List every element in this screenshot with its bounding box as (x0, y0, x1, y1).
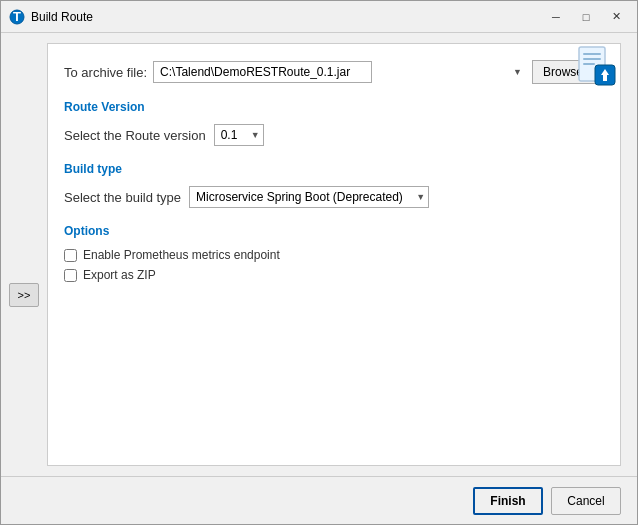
sidebar: >> (1, 43, 47, 466)
zip-checkbox[interactable] (64, 269, 77, 282)
svg-rect-3 (583, 53, 601, 55)
build-route-window: T Build Route ─ □ ✕ (0, 0, 638, 525)
build-type-select-wrapper: Microservice Spring Boot (Deprecated) St… (189, 186, 429, 208)
options-heading: Options (64, 224, 604, 238)
build-type-row: Select the build type Microservice Sprin… (64, 186, 604, 208)
close-button[interactable]: ✕ (603, 7, 629, 27)
maximize-button[interactable]: □ (573, 7, 599, 27)
window-controls: ─ □ ✕ (543, 7, 629, 27)
finish-button[interactable]: Finish (473, 487, 543, 515)
svg-text:T: T (13, 9, 21, 24)
form-panel: To archive file: C:\Talend\DemoRESTRoute… (47, 43, 621, 466)
title-bar: T Build Route ─ □ ✕ (1, 1, 637, 33)
archive-label: To archive file: (64, 65, 147, 80)
svg-rect-5 (583, 63, 595, 65)
minimize-button[interactable]: ─ (543, 7, 569, 27)
zip-label: Export as ZIP (83, 268, 156, 282)
main-area: >> To archive file: C:\Talend\DemoRESTRo… (1, 33, 637, 476)
window-title: Build Route (31, 10, 543, 24)
bottom-bar: Finish Cancel (1, 476, 637, 524)
archive-file-select[interactable]: C:\Talend\DemoRESTRoute_0.1.jar (153, 61, 372, 83)
build-type-heading: Build type (64, 162, 604, 176)
spacer (64, 298, 604, 358)
route-version-section: Route Version Select the Route version 0… (64, 100, 604, 146)
svg-rect-4 (583, 58, 601, 60)
svg-rect-8 (603, 75, 607, 81)
zip-checkbox-row: Export as ZIP (64, 268, 604, 282)
build-type-section: Build type Select the build type Microse… (64, 162, 604, 208)
build-type-select[interactable]: Microservice Spring Boot (Deprecated) St… (189, 186, 429, 208)
prometheus-checkbox-row: Enable Prometheus metrics endpoint (64, 248, 604, 262)
cancel-button[interactable]: Cancel (551, 487, 621, 515)
route-version-label: Select the Route version (64, 128, 206, 143)
window-icon: T (9, 9, 25, 25)
route-version-select-wrapper: 0.1 0.2 1.0 ▼ (214, 124, 264, 146)
options-section: Options Enable Prometheus metrics endpoi… (64, 224, 604, 282)
route-version-select[interactable]: 0.1 0.2 1.0 (214, 124, 264, 146)
build-type-label: Select the build type (64, 190, 181, 205)
route-version-row: Select the Route version 0.1 0.2 1.0 ▼ (64, 124, 604, 146)
route-version-heading: Route Version (64, 100, 604, 114)
prometheus-checkbox[interactable] (64, 249, 77, 262)
header-icon-area (571, 41, 621, 91)
window-content: >> To archive file: C:\Talend\DemoRESTRo… (1, 33, 637, 524)
archive-combo-wrapper: C:\Talend\DemoRESTRoute_0.1.jar ▼ (153, 61, 526, 83)
archive-dropdown-arrow: ▼ (513, 67, 522, 77)
prometheus-label: Enable Prometheus metrics endpoint (83, 248, 280, 262)
archive-file-row: To archive file: C:\Talend\DemoRESTRoute… (64, 60, 604, 84)
build-route-icon (573, 43, 619, 89)
expand-button[interactable]: >> (9, 283, 39, 307)
